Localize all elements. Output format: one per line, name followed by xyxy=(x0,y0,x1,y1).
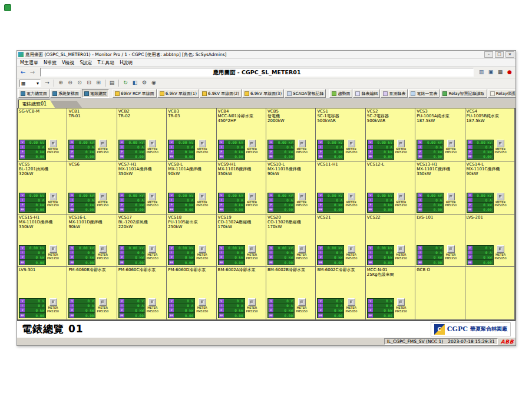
meter-device-button[interactable] xyxy=(298,193,306,200)
zoom-in-icon[interactable]: ⊕ xyxy=(57,79,65,87)
meter-device-button[interactable] xyxy=(248,193,256,200)
meter-device-button[interactable] xyxy=(199,140,206,147)
close-button[interactable]: × xyxy=(505,51,514,58)
meter-panel[interactable]: VCS16-LMX-1101D攪拌機 90kWV0.00 kVI0 AP0 kW… xyxy=(67,214,117,268)
nav-button-7[interactable]: 6.9kV 單線圖(3) xyxy=(242,89,284,98)
desktop-shortcut-icon[interactable] xyxy=(4,4,11,11)
meter-panel[interactable]: LVS-101V0 VI0 AP0 kWPF0.00METER PM5350 xyxy=(415,214,465,268)
palette-icon[interactable]: ◧ xyxy=(131,79,139,87)
meter-device-button[interactable] xyxy=(99,193,107,200)
meter-device-button[interactable] xyxy=(497,140,504,147)
meter-device-button[interactable] xyxy=(298,298,306,306)
meter-device-button[interactable] xyxy=(298,140,306,147)
meter-panel[interactable]: VCS11-H1V0.00 kVI0 AP0 kWPF0.00METER PM5… xyxy=(316,161,365,214)
meter-device-button[interactable] xyxy=(199,193,206,200)
meter-panel[interactable]: VCS6V0.00 kVI0 AP0 kWPF0.00METER PM5350 xyxy=(67,161,117,214)
meter-device-button[interactable] xyxy=(348,298,355,306)
meter-panel[interactable]: PM-6060C冷卻水泵V0 VI0 AP0 kWPF0.00METER PM5… xyxy=(117,267,167,320)
title-bar[interactable]: 應用畫面 (CGPC_SL_METER01) - Monitor Pro / 1… xyxy=(17,51,516,59)
meter-panel[interactable]: LVS-201V0 VI0 AP0 kWPF0.00METER PM5350 xyxy=(465,214,515,268)
meter-device-button[interactable] xyxy=(199,298,206,306)
meter-device-button[interactable] xyxy=(49,245,57,253)
meter-panel[interactable]: VCS22V0.00 kVI0 AP0 kWPF0.00METER PM5350 xyxy=(366,214,415,268)
meter-device-button[interactable] xyxy=(348,193,355,200)
nav-button-3[interactable]: 電錶總覽 xyxy=(82,89,109,98)
tab-meter-overview-01[interactable]: 電錶總覽01 xyxy=(18,100,55,108)
meter-device-button[interactable] xyxy=(49,298,57,306)
meter-device-button[interactable] xyxy=(348,245,355,253)
nav-button-1[interactable]: 電力總覽圖 xyxy=(18,89,49,98)
nav-button-5[interactable]: 6.9kV 單線圖(1) xyxy=(157,89,199,98)
meter-panel[interactable]: VCS8-LMX-1101A攪拌機 90kWV0.00 kVI0 AP0 kWP… xyxy=(167,161,216,214)
meter-device-button[interactable] xyxy=(298,245,306,253)
meter-panel[interactable]: VCS10-LMX-1101B攪拌機 90kWV0.00 kVI0 AP0 kW… xyxy=(266,161,316,214)
meter-panel[interactable]: VCB3TR-03V0.00 kVI0 AP0 kWPF0.00METER PM… xyxy=(167,108,216,161)
meter-panel[interactable]: GCB O xyxy=(415,267,465,320)
meter-device-button[interactable] xyxy=(148,140,156,147)
meter-device-button[interactable] xyxy=(248,245,256,253)
menu-item-6[interactable]: H說明 xyxy=(120,60,133,66)
meter-device-button[interactable] xyxy=(49,193,57,200)
meter-panel[interactable]: VCS21V0.00 kVI0 AP0 kWPF0.00METER PM5350 xyxy=(316,214,365,268)
meter-device-button[interactable] xyxy=(497,193,504,200)
meter-device-button[interactable] xyxy=(148,193,156,200)
nav-button-13[interactable]: Relay智慧記錄讀取 xyxy=(440,89,487,98)
meter-panel[interactable]: VCS19CO-1302A壓縮機 170kWV0.00 kVI0 AP0 kWP… xyxy=(217,214,266,268)
meter-panel[interactable]: BM-6002C冷卻水泵V0 VI0 AP0 kWPF0.00METER PM5… xyxy=(316,267,365,320)
meter-panel[interactable]: VCS14-LMX-1101C攪拌機 90kWV0.00 kVI0 AP0 kW… xyxy=(465,161,515,214)
meter-panel[interactable]: PM-6060B冷卻水泵V0 VI0 AP0 kWPF0.00METER PM5… xyxy=(67,267,117,320)
meter-panel[interactable]: VCB5發電機 2000kWV0.00 kVI0 AP0 kWPF0.00MET… xyxy=(266,108,316,161)
zoom-window-icon[interactable]: ⊞ xyxy=(94,79,103,87)
zoom-out-icon[interactable]: ⊖ xyxy=(66,79,74,87)
info-icon[interactable]: ◉ xyxy=(150,79,158,87)
meter-device-button[interactable] xyxy=(199,245,206,253)
cascade-windows-icon[interactable]: ▦ xyxy=(496,68,504,77)
zoom-fit-icon[interactable]: ⊡ xyxy=(85,79,93,87)
meter-panel[interactable]: VCS4PU-1005B純水泵 187.5kWV0.00 kVI0 AP0 kW… xyxy=(465,108,515,161)
nav-button-9[interactable]: 趨勢圖 xyxy=(329,89,352,98)
settings-gear-icon[interactable]: ⚙ xyxy=(140,79,148,87)
meter-device-button[interactable] xyxy=(99,140,107,147)
forward-button[interactable]: → xyxy=(28,68,37,77)
meter-device-button[interactable] xyxy=(447,193,455,200)
monitor-icon[interactable]: ▣ xyxy=(487,68,495,77)
meter-panel[interactable]: VCS18PU-1105射出泵 250kWV0.00 kVI0 AP0 kWPF… xyxy=(167,214,216,268)
meter-device-button[interactable] xyxy=(397,193,405,200)
nav-button-4[interactable]: 69kV RCP 單線圖 xyxy=(113,89,157,98)
meter-device-button[interactable] xyxy=(248,140,256,147)
meter-panel[interactable]: VCS9-H1MX-1101B攪拌機 350kWV0.00 kVI0 AP0 k… xyxy=(217,161,266,214)
meter-device-button[interactable] xyxy=(447,245,455,253)
nav-button-2[interactable]: 系統架構圖 xyxy=(50,89,81,98)
zoom-normal-icon[interactable]: ⊙ xyxy=(75,79,84,87)
menu-item-2[interactable]: N導覽 xyxy=(44,60,57,66)
meter-device-button[interactable] xyxy=(148,245,156,253)
meter-device-button[interactable] xyxy=(49,140,57,147)
meter-device-button[interactable] xyxy=(348,140,355,147)
tab-inactive[interactable] xyxy=(51,101,82,108)
meter-device-button[interactable] xyxy=(397,140,405,147)
menu-item-3[interactable]: V檢視 xyxy=(62,60,74,66)
meter-device-button[interactable] xyxy=(447,140,455,147)
meter-panel[interactable]: VCS5BL-1201抽風機 320kWV0.00 kVI0 AP0 kWPF0… xyxy=(18,161,67,214)
meter-panel[interactable]: BM-6002A冷卻水泵V0 VI0 AP0 kWPF0.00METER PM5… xyxy=(217,267,266,320)
meter-panel[interactable]: VCS3PU-1005A純水泵 187.5kWV0.00 kVI0 AP0 kW… xyxy=(415,108,465,161)
back-button[interactable]: ← xyxy=(19,68,27,77)
workspace-icon[interactable]: ▥ xyxy=(477,68,485,77)
nav-button-14[interactable]: Relay保護說明... xyxy=(488,89,516,98)
meter-panel[interactable]: SG-VCB-MV0.00 kVI0 AP0 kWPF0.00METER PM5… xyxy=(18,108,67,161)
meter-device-button[interactable] xyxy=(397,298,405,306)
menu-item-5[interactable]: T工具箱 xyxy=(97,60,114,66)
meter-device-button[interactable] xyxy=(497,245,504,253)
nav-button-8[interactable]: SCADA警報記錄 xyxy=(285,89,326,98)
meter-panel[interactable]: PM-6060D冷卻水泵V0 VI0 AP0 kWPF0.00METER PM5… xyxy=(167,267,216,320)
nav-button-11[interactable]: 量測錄表 xyxy=(381,89,408,98)
meter-device-button[interactable] xyxy=(148,298,156,306)
meter-panel[interactable]: VCS12-LV0.00 kVI0 AP0 kWPF0.00METER PM53… xyxy=(366,161,415,214)
meter-panel[interactable]: VCB4MCC-N01冷卻水泵 450*2HPV0.00 kVI0 AP0 kW… xyxy=(217,108,266,161)
meter-panel[interactable]: MCC-N-0125Kg包裝車間V0 VI0 AP0 kWPF0.00METER… xyxy=(366,267,415,320)
meter-device-button[interactable] xyxy=(99,298,107,306)
alarm-indicator-icon[interactable]: ● xyxy=(505,68,514,77)
nav-button-6[interactable]: 6.9kV 單線圖(2) xyxy=(200,89,242,98)
meter-panel[interactable]: VCB2TR-02V0.00 kVI0 AP0 kWPF0.00METER PM… xyxy=(117,108,167,161)
meter-device-button[interactable] xyxy=(248,298,256,306)
